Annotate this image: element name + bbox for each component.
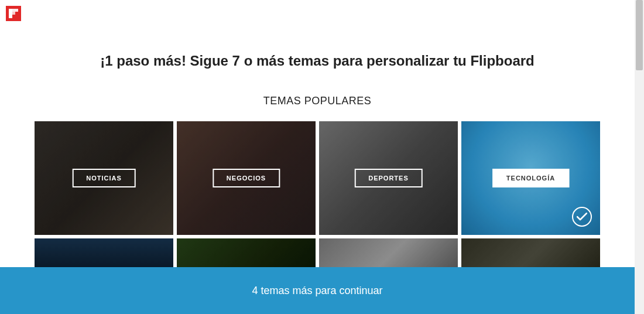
svg-rect-2	[12, 12, 15, 15]
topic-label: TECNOLOGÍA	[492, 169, 569, 187]
topic-label: NOTICIAS	[72, 169, 136, 187]
continue-message: 4 temas más para continuar	[252, 285, 382, 297]
scrollbar-thumb[interactable]	[636, 0, 643, 70]
topic-tile-deportes[interactable]: DEPORTES	[319, 121, 458, 235]
continue-bar[interactable]: 4 temas más para continuar	[0, 267, 635, 314]
topic-label: NEGOCIOS	[213, 169, 280, 187]
flipboard-logo[interactable]	[6, 6, 21, 21]
vertical-scrollbar[interactable]: ▲	[635, 0, 644, 314]
topic-tile-tecnologia[interactable]: TECNOLOGÍA	[461, 121, 600, 235]
topic-tile-noticias[interactable]: NOTICIAS	[35, 121, 173, 235]
selected-checkmark-icon	[572, 207, 592, 227]
flipboard-icon	[9, 9, 18, 18]
svg-rect-1	[12, 9, 18, 12]
topic-label: DEPORTES	[354, 169, 423, 187]
page-title: ¡1 paso más! Sigue 7 o más temas para pe…	[0, 0, 635, 69]
svg-rect-0	[9, 9, 12, 18]
topics-grid: NOTICIAS NEGOCIOS DEPORTES TECNOLOGÍA	[0, 121, 635, 235]
section-subtitle: TEMAS POPULARES	[0, 95, 635, 107]
topic-tile-negocios[interactable]: NEGOCIOS	[177, 121, 316, 235]
